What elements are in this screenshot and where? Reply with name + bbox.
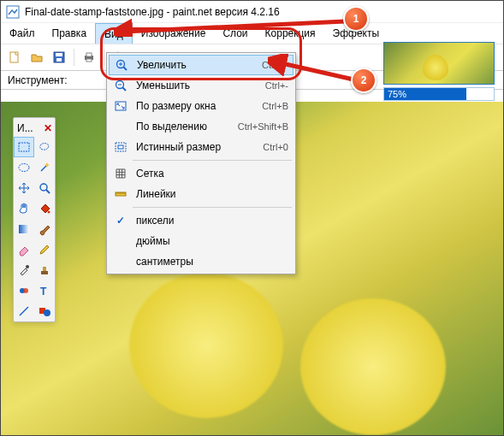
menu-fit-window[interactable]: По размеру окна Ctrl+B bbox=[109, 96, 294, 116]
view-menu-dropdown: Увеличить Ctrl++ Уменьшить Ctrl+- По раз… bbox=[106, 52, 296, 274]
tool-pencil[interactable] bbox=[34, 239, 55, 260]
svg-point-13 bbox=[19, 164, 29, 172]
window-title: Final-date-stamp-faststone.jpg - paint.n… bbox=[25, 6, 280, 18]
tool-color-picker[interactable] bbox=[14, 260, 34, 280]
menu-view[interactable]: Вид bbox=[95, 23, 133, 44]
svg-line-16 bbox=[46, 190, 50, 193]
svg-line-29 bbox=[123, 67, 127, 70]
tool-text[interactable]: T bbox=[34, 280, 55, 301]
svg-point-27 bbox=[44, 309, 50, 316]
svg-point-15 bbox=[40, 184, 47, 191]
document-thumbnail[interactable] bbox=[383, 42, 495, 85]
close-icon[interactable]: ✕ bbox=[44, 122, 52, 134]
tool-line[interactable] bbox=[14, 301, 34, 321]
window-titlebar: Final-date-stamp-faststone.jpg - paint.n… bbox=[1, 1, 503, 23]
toolbar-separator bbox=[104, 49, 104, 66]
menu-adjust[interactable]: Коррекция bbox=[257, 23, 324, 44]
annotation-badge-2: 2 bbox=[351, 68, 377, 93]
toolbar-separator bbox=[74, 49, 74, 66]
svg-rect-7 bbox=[86, 59, 92, 62]
svg-rect-20 bbox=[41, 271, 48, 274]
svg-point-19 bbox=[26, 265, 29, 268]
progress-label: 75% bbox=[388, 88, 406, 100]
annotation-badge-1: 1 bbox=[343, 6, 369, 32]
tool-eraser[interactable] bbox=[14, 239, 34, 260]
tools-palette-title: И... bbox=[17, 122, 33, 134]
menu-edit[interactable]: Правка bbox=[44, 23, 96, 44]
menu-image[interactable]: Изображение bbox=[133, 23, 215, 44]
menu-units-cm[interactable]: сантиметры bbox=[109, 251, 294, 272]
tools-palette: И... ✕ T bbox=[13, 117, 56, 322]
tool-brush[interactable] bbox=[34, 219, 55, 239]
svg-rect-6 bbox=[86, 53, 92, 56]
svg-rect-18 bbox=[19, 225, 29, 233]
zoom-in-icon bbox=[113, 58, 130, 72]
svg-rect-12 bbox=[19, 143, 29, 151]
open-file-button[interactable] bbox=[27, 47, 47, 68]
svg-rect-21 bbox=[43, 267, 46, 271]
tool-rect-select[interactable] bbox=[14, 137, 34, 157]
tool-move[interactable] bbox=[14, 178, 34, 198]
menu-rulers[interactable]: Линейки bbox=[109, 184, 294, 204]
svg-point-17 bbox=[48, 211, 50, 214]
svg-rect-3 bbox=[56, 53, 62, 56]
menu-grid[interactable]: Сетка bbox=[109, 163, 294, 184]
menu-units-inches[interactable]: дюймы bbox=[109, 231, 294, 251]
instrument-label: Инструмент: bbox=[8, 74, 68, 86]
svg-line-25 bbox=[20, 307, 28, 315]
svg-line-33 bbox=[122, 87, 126, 91]
svg-line-14 bbox=[41, 165, 47, 171]
zoom-out-icon bbox=[112, 79, 129, 92]
tool-ellipse-select[interactable] bbox=[14, 157, 34, 178]
tool-zoom[interactable] bbox=[34, 178, 55, 198]
menu-file[interactable]: Файл bbox=[1, 23, 44, 44]
menu-layers[interactable]: Слои bbox=[214, 23, 256, 44]
save-button[interactable] bbox=[49, 47, 69, 68]
progress-bar: 75% bbox=[383, 87, 495, 101]
svg-point-23 bbox=[23, 288, 28, 293]
tool-bucket[interactable] bbox=[34, 198, 55, 219]
tool-magic-wand[interactable] bbox=[34, 157, 55, 178]
svg-rect-37 bbox=[118, 145, 123, 149]
menu-fit-selection[interactable]: По выделению Ctrl+Shift+B bbox=[109, 116, 294, 137]
tool-lasso-select[interactable] bbox=[34, 137, 55, 157]
tool-clone[interactable] bbox=[34, 260, 55, 280]
print-button[interactable] bbox=[79, 47, 99, 68]
tool-recolor[interactable] bbox=[14, 280, 34, 301]
actual-size-icon bbox=[112, 140, 129, 154]
svg-rect-1 bbox=[10, 52, 18, 62]
menu-bar: Файл Правка Вид Изображение Слои Коррекц… bbox=[1, 23, 503, 44]
menu-zoom-out[interactable]: Уменьшить Ctrl+- bbox=[109, 75, 294, 96]
new-file-button[interactable] bbox=[4, 47, 25, 68]
svg-rect-4 bbox=[56, 58, 62, 62]
menu-zoom-in[interactable]: Увеличить Ctrl++ bbox=[109, 55, 294, 75]
tool-shapes[interactable] bbox=[34, 301, 55, 321]
tool-pan[interactable] bbox=[14, 198, 34, 219]
svg-rect-35 bbox=[116, 102, 126, 110]
menu-separator bbox=[133, 207, 292, 208]
app-icon bbox=[6, 5, 20, 19]
tool-gradient[interactable] bbox=[14, 219, 34, 239]
fit-window-icon bbox=[112, 99, 129, 113]
svg-rect-36 bbox=[116, 143, 126, 151]
ruler-icon bbox=[112, 187, 129, 201]
svg-text:T: T bbox=[40, 286, 47, 298]
grid-icon bbox=[112, 167, 129, 180]
menu-separator bbox=[133, 160, 292, 161]
menu-units-pixels[interactable]: ✓ пиксели bbox=[109, 210, 294, 231]
check-icon: ✓ bbox=[112, 215, 129, 227]
thumbnail-panel: 75% bbox=[383, 42, 495, 101]
menu-actual-size[interactable]: Истинный размер Ctrl+0 bbox=[109, 137, 294, 157]
